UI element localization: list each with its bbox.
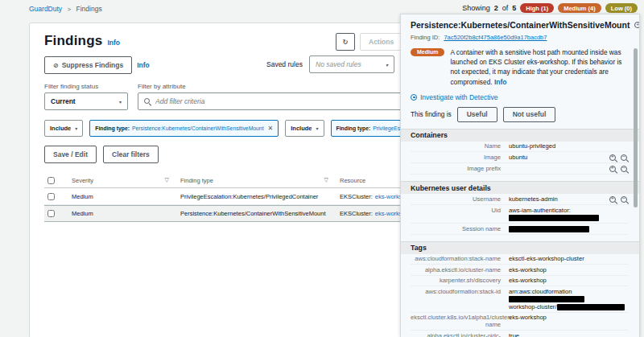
select-all-checkbox[interactable] [47,177,55,184]
saved-rules-select[interactable]: No saved rules ▾ [309,55,394,73]
suppress-info-link[interactable]: Info [137,61,150,69]
tag-value: arn:aws:cloudformation [509,288,572,295]
finding-id-link[interactable]: 7ac520f2b8cf475a86e50d9a17bacdb7 [444,34,547,41]
showing-of: of [502,4,509,12]
detective-icon [411,94,417,101]
containers-section-header: Containers [401,129,639,142]
tag-row: karpenter.sh/discovery eks-workshop [411,276,628,286]
detail-row-image: Image ubuntu +− [411,152,628,163]
include-value: Include [50,125,71,132]
tag-key: aws:cloudformation:stack-id [411,288,509,295]
tag-value: eks-workshop [509,314,628,321]
finding-status-select[interactable]: Current ▾ [44,92,128,110]
include-select-2[interactable]: Include ▾ [285,120,324,137]
chevron-down-icon: ▾ [75,125,77,131]
tag-value: true [509,332,628,337]
detail-row-name: Name ubuntu-privileged [411,142,628,152]
low-severity-badge[interactable]: Low (0) [605,3,638,13]
breadcrumb-separator-icon: > [67,6,71,13]
tags-section-header: Tags [401,241,639,254]
save-edit-button[interactable]: Save / Edit [44,146,97,163]
detail-row-session-name: Session name [411,224,628,234]
breadcrumb-guardduty-link[interactable]: GuardDuty [29,5,62,13]
tag-value: eks-workshop [509,277,628,284]
detail-label: Name [411,142,509,150]
showing-total: 5 [512,4,516,12]
finding-type-column-header[interactable]: Finding type [180,177,213,184]
tag-key: alpha.eksctl.io/cluster-name [411,266,509,273]
token-value: Persistence:Kubernetes/ContainerWithSens… [132,125,264,131]
detail-label: Image prefix [411,165,509,172]
token-label: Finding type: [336,125,371,131]
severity-pill: Medium [411,48,444,56]
severity-cell: Medium [72,193,180,200]
description-info-link[interactable]: Info [494,78,507,86]
showing-label: Showing [462,4,490,12]
detail-panel-scrollbar[interactable] [634,48,638,208]
resource-type: EKSCluster: [340,193,373,200]
not-useful-button[interactable]: Not useful [503,107,556,122]
severity-column-header[interactable]: Severity [72,177,93,184]
finding-type-cell: PrivilegeEscalation:Kubernetes/Privilege… [180,193,340,200]
tag-key: alpha.eksctl.io/cluster-oidc-enabled [411,332,509,337]
feedback-label: This finding is [411,110,452,118]
tag-row: alpha.eksctl.io/cluster-name eks-worksho… [411,265,628,275]
zoom-out-icon[interactable]: − [621,195,628,203]
tag-key: eksctl.cluster.k8s.io/v1alpha1/cluster-n… [411,314,509,329]
redacted-value [509,226,589,232]
zoom-in-icon[interactable]: + [634,21,640,29]
detail-row-uid: Uid aws-iam-authenticator: [411,205,628,224]
zoom-out-icon[interactable]: − [621,154,628,162]
severity-filter-icon[interactable]: ▽ [165,177,169,183]
detail-row-username: Username kubernetes-admin +− [411,194,628,205]
findings-count-summary: Showing 2 of 5 High (1) Medium (4) Low (… [462,3,638,13]
include-select-1[interactable]: Include ▾ [44,120,83,137]
zoom-in-icon[interactable]: + [609,154,617,162]
investigate-with-detective-link[interactable]: Investigate with Detective [420,93,497,101]
medium-severity-badge[interactable]: Medium (4) [558,3,601,13]
detail-label: Uid [411,207,509,214]
zoom-in-icon[interactable]: + [609,165,617,173]
remove-token-icon[interactable]: ✕ [268,125,274,132]
row-checkbox[interactable] [47,193,55,200]
finding-detail-panel: Persistence:Kubernetes/ContainerWithSens… [400,14,640,337]
row-checkbox[interactable] [47,210,55,217]
tag-key: aws:cloudformation:stack-name [411,255,509,262]
finding-type-filter-icon[interactable]: ▽ [324,177,328,183]
refresh-button[interactable]: ↻ [336,33,355,51]
redacted-value [557,304,625,310]
clear-filters-button[interactable]: Clear filters [103,146,159,163]
include-value: Include [291,125,312,132]
suppress-findings-label: Suppress Findings [62,61,124,69]
refresh-icon: ↻ [342,38,348,46]
showing-current: 2 [494,4,498,12]
high-severity-badge[interactable]: High (1) [520,3,554,13]
tag-key: karpenter.sh/discovery [411,277,509,284]
tag-value: eks-workshop [509,266,628,273]
finding-detail-title: Persistence:Kubernetes/ContainerWithSens… [411,20,634,31]
zoom-out-icon[interactable]: − [621,165,628,173]
resource-type: EKSCluster: [340,210,373,217]
redacted-value [509,296,584,302]
chevron-down-icon: ▾ [316,125,319,131]
findings-info-link[interactable]: Info [107,39,120,47]
finding-status-value: Current [51,97,76,105]
tag-value: eksctl-eks-workshop-cluster [509,255,628,262]
detail-value: kubernetes-admin [509,195,606,203]
saved-rules-label: Saved rules [266,60,303,68]
tag-row: eksctl.cluster.k8s.io/v1alpha1/cluster-n… [411,313,628,331]
detail-label: Username [411,195,509,203]
suppress-findings-button[interactable]: ⊘ Suppress Findings [44,56,132,74]
finding-description: A container with a sensitive host path m… [450,48,621,86]
breadcrumb-current: Findings [76,5,102,13]
suppress-icon: ⊘ [53,62,59,69]
zoom-in-icon[interactable]: + [609,195,617,203]
detail-value: ubuntu-privileged [509,142,628,150]
chevron-down-icon: ▾ [386,62,388,68]
tag-row-stack-id: aws:cloudformation:stack-id arn:aws:clou… [411,286,628,312]
finding-id-label: Finding ID: [411,34,440,41]
detail-value: ubuntu [509,154,606,161]
useful-button[interactable]: Useful [457,107,497,122]
filter-status-label: Filter finding status [44,83,138,90]
chevron-down-icon: ▾ [119,99,122,105]
